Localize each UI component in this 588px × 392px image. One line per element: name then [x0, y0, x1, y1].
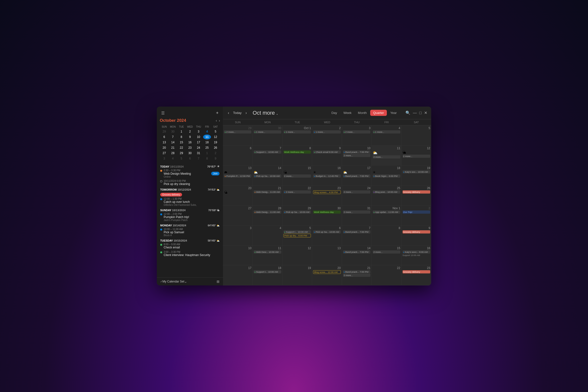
minimize-button[interactable]: — [413, 110, 417, 115]
cal-cell-nov3[interactable]: 3 [223, 226, 252, 246]
cal-cell-nov20[interactable]: 20 Blog scree... 12:00 AM [312, 265, 342, 286]
next-button[interactable]: › [244, 110, 248, 116]
cal-cell-oct10[interactable]: 10 Band practi... 7:00 PM 2 more... [342, 146, 372, 166]
cal-cell-oct8[interactable]: 8 Work Wellness day [282, 146, 312, 166]
cal-cell-oct26[interactable]: 26 Grocery delivery [402, 186, 431, 206]
sidebar: ☰ + October 2024 ‹ › SUNMON TUEWED THUFR… [157, 106, 223, 286]
cal-cell-nov10[interactable]: 10 [223, 246, 252, 266]
tab-year[interactable]: Year [387, 110, 400, 116]
cal-cell-oct30[interactable]: 30 Work Wellness day [312, 206, 342, 226]
today-event-1: 2:30 – 3:30 PM Web Design Meeting Join O… [160, 169, 220, 178]
tomorrow-header: TOMORROW 10/12/2024 74°/53°⛅ [160, 188, 220, 191]
cal-cell-oct5[interactable]: 5 [402, 126, 431, 146]
mini-calendar: October 2024 ‹ › SUNMON TUEWED THUFRI SA… [157, 118, 223, 164]
cal-cell-oct28[interactable]: 28 Web Desig... 11:00 AM [252, 206, 282, 226]
cal-cell-oct16[interactable]: 16 ☀ Budget m... 12:45 PM [312, 166, 342, 186]
join-button[interactable]: Join [211, 172, 220, 176]
app-window: ☰ + October 2024 ‹ › SUNMON TUEWED THUFR… [157, 106, 431, 286]
cal-cell-oct22[interactable]: 22 2 more... [282, 186, 312, 206]
cal-cell-nov15[interactable]: 15 2 more... [372, 246, 401, 266]
event-dot [160, 170, 162, 172]
cal-cell-sep29[interactable]: 29 2 more... [223, 126, 252, 146]
cal-cell-nov23[interactable]: 23 Grocery delivery [402, 265, 431, 286]
close-button[interactable]: ✕ [424, 110, 427, 115]
cal-cell-oct18[interactable]: 18 ☀ Book Signi... 6:00 PM [372, 166, 401, 186]
cal-cell-nov7[interactable]: 7 Band practi... 7:00 PM [342, 226, 372, 246]
cal-cell-oct29[interactable]: 29 Pick up Sa... 10:00 AM [282, 206, 312, 226]
cal-cell-oct31[interactable]: 31 2 more... [342, 206, 372, 226]
cal-cell-oct21[interactable]: 21 Web Desig... 11:00 AM [252, 186, 282, 206]
cal-cell-nov5[interactable]: 5 Support t... 10:00 AM Pick up dry... 6… [282, 226, 312, 246]
tuesday-event-1: 8:00 – 9:00 AM Check email [160, 243, 220, 249]
layout-icon[interactable]: ⊞ [216, 280, 220, 284]
tab-quarter[interactable]: Quarter [370, 110, 387, 116]
mini-cal-title: October 2024 [160, 118, 186, 123]
cal-cell-oct3[interactable]: 3 2 more... [342, 126, 372, 146]
cal-cell-oct1[interactable]: Oct 1 1 more... [282, 126, 312, 146]
cal-cell-oct24[interactable]: 24 2 more... [342, 186, 372, 206]
monday-event-1: 10:00 – 11:00 AM Pick up Samuel Block A [160, 228, 220, 237]
cal-cell-oct27[interactable]: 27 [223, 206, 252, 226]
maximize-button[interactable]: □ [419, 110, 422, 115]
tab-month[interactable]: Month [355, 110, 370, 116]
day-of-week-header: SUN MON TUE WED THU FRI SAT [223, 119, 431, 126]
cal-cell-oct11-today[interactable]: 11 ⛅ 2 more... [372, 146, 401, 166]
sunday-event-1: 12:00 – 2:00 PM Pumpkin Patch trip! Jack… [160, 213, 220, 222]
event-dot [160, 180, 162, 182]
cal-set-label: My Calendar Set [162, 280, 184, 283]
cal-cell-oct23[interactable]: 23 Blog screen... 4:00 PM [312, 186, 342, 206]
cal-cell-nov21[interactable]: 21 Band practi... 7:00 PM 2 more... [342, 265, 372, 286]
cal-cell-nov16[interactable]: 16 Katy's socc... 9:00 AM Support 10:00 … [402, 246, 431, 266]
cal-cell-oct12[interactable]: 12 🌥 2 more... [402, 146, 431, 166]
cal-cell-nov14[interactable]: 14 Band practi... 7:00 PM [342, 246, 372, 266]
cal-cell-nov1[interactable]: Nov 1 App updat... 11:00 AM [372, 206, 401, 226]
cal-cell-nov9[interactable]: 9 Grocery delivery [402, 226, 431, 246]
tomorrow-event-1: 12:00 – 1:30 PM Catch up over lunch DiBe… [160, 198, 220, 206]
main-header: ‹ Today › Oct more . Day Week Month Quar… [223, 106, 431, 119]
cal-cell-oct2[interactable]: 2 1 more... [312, 126, 342, 146]
tab-day[interactable]: Day [328, 110, 340, 116]
today-weather: 70°/57° ☀ [207, 165, 220, 168]
cal-cell-nov8[interactable]: 8 [372, 226, 401, 246]
cal-cell-oct19[interactable]: 19 Katy's soc... 10:00 AM [402, 166, 431, 186]
cal-cell-oct14[interactable]: 14 ⛅ Pick up Sa... 10:00 AM [252, 166, 282, 186]
grocery-delivery-pill[interactable]: Grocery delivery [160, 193, 182, 196]
cal-cell-oct15[interactable]: 15 🌤 2 more... [282, 166, 312, 186]
cal-cell-oct9[interactable]: 9 Check email 8:00 AM [312, 146, 342, 166]
mini-cal-next[interactable]: › [219, 118, 220, 122]
cal-cell-nov11[interactable]: 11 Web Desi... 10:00 AM [252, 246, 282, 266]
calendar-body: 29 2 more... 30 1 more... Oct 1 1 more..… [223, 126, 431, 286]
add-event-button[interactable]: + [215, 110, 219, 116]
cal-set-arrow[interactable]: ⌄ [184, 280, 187, 284]
tab-week[interactable]: Week [340, 110, 354, 116]
cal-cell-nov4[interactable]: 4 [252, 226, 282, 246]
today-section-header: TODAY 10/11/2024 70°/57° ☀ [157, 164, 223, 169]
cal-cell-oct6[interactable]: 6 [223, 146, 252, 166]
cal-cell-nov13[interactable]: 13 [312, 246, 342, 266]
cal-cell-oct20[interactable]: 20 🌤 [223, 186, 252, 206]
hamburger-icon[interactable]: ☰ [161, 110, 165, 116]
cal-cell-sep30[interactable]: 30 1 more... [252, 126, 282, 146]
search-button[interactable]: 🔍 [406, 110, 410, 115]
cal-cell-nov2[interactable]: 2 Zoo Trip! [402, 206, 431, 226]
cal-cell-oct17[interactable]: 17 ⛅ Band practi... 7:00 PM [342, 166, 372, 186]
current-month-label: Oct more . [252, 110, 278, 116]
sidebar-bottom: ✓ My Calendar Set ⌄ ⊞ [157, 277, 223, 286]
today-button[interactable]: Today [233, 111, 242, 115]
agenda-list: 2:30 – 3:30 PM Web Design Meeting Join O… [157, 169, 223, 277]
cal-cell-nov12[interactable]: 12 [282, 246, 312, 266]
monday-header: MONDAY 10/14/2024 64°/45°⛅ [160, 224, 220, 227]
cal-cell-oct7[interactable]: 7 Support t... 10:00 AM [252, 146, 282, 166]
cal-cell-nov6[interactable]: 6 Pick up Sa... 10:00 AM [312, 226, 342, 246]
cal-cell-oct25[interactable]: 25 Blog post... 10:00 AM [372, 186, 401, 206]
cal-cell-nov18[interactable]: 18 Support t... 10:00 AM [252, 265, 282, 286]
prev-button[interactable]: ‹ [227, 110, 230, 116]
event-dot [160, 228, 162, 230]
cal-cell-nov22[interactable]: 22 [372, 265, 401, 286]
today-event-2: 10/11/2024 6:00 PM Pick up dry cleaning [160, 180, 220, 186]
mini-cal-prev[interactable]: ‹ [216, 118, 217, 122]
cal-cell-oct13[interactable]: 13 🌧 Pumpkin P... 12:00 PM [223, 166, 252, 186]
cal-cell-nov17[interactable]: 17 [223, 265, 252, 286]
cal-cell-nov19[interactable]: 19 [282, 265, 312, 286]
cal-cell-oct4[interactable]: 4 1 more... [372, 126, 401, 146]
